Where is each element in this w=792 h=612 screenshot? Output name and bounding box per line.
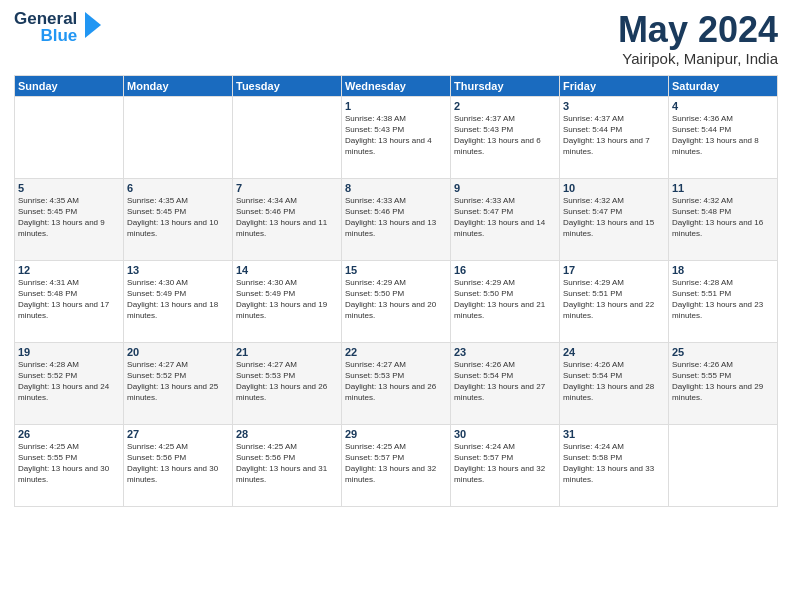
day-number: 3: [563, 100, 665, 112]
title-block: May 2024 Yairipok, Manipur, India: [618, 10, 778, 67]
day-number: 30: [454, 428, 556, 440]
day-cell: 6Sunrise: 4:35 AMSunset: 5:45 PMDaylight…: [124, 178, 233, 260]
day-cell: 26Sunrise: 4:25 AMSunset: 5:55 PMDayligh…: [15, 424, 124, 506]
day-cell: 21Sunrise: 4:27 AMSunset: 5:53 PMDayligh…: [233, 342, 342, 424]
week-row-4: 19Sunrise: 4:28 AMSunset: 5:52 PMDayligh…: [15, 342, 778, 424]
day-info: Sunrise: 4:35 AMSunset: 5:45 PMDaylight:…: [127, 195, 229, 240]
day-info: Sunrise: 4:35 AMSunset: 5:45 PMDaylight:…: [18, 195, 120, 240]
logo-blue: Blue: [40, 27, 77, 44]
col-monday: Monday: [124, 75, 233, 96]
day-info: Sunrise: 4:37 AMSunset: 5:44 PMDaylight:…: [563, 113, 665, 158]
day-cell: 30Sunrise: 4:24 AMSunset: 5:57 PMDayligh…: [451, 424, 560, 506]
day-cell: 1Sunrise: 4:38 AMSunset: 5:43 PMDaylight…: [342, 96, 451, 178]
day-number: 28: [236, 428, 338, 440]
day-number: 14: [236, 264, 338, 276]
day-number: 13: [127, 264, 229, 276]
day-info: Sunrise: 4:31 AMSunset: 5:48 PMDaylight:…: [18, 277, 120, 322]
svg-marker-0: [85, 12, 101, 38]
day-number: 8: [345, 182, 447, 194]
col-wednesday: Wednesday: [342, 75, 451, 96]
month-title: May 2024: [618, 10, 778, 50]
day-cell: 29Sunrise: 4:25 AMSunset: 5:57 PMDayligh…: [342, 424, 451, 506]
day-info: Sunrise: 4:26 AMSunset: 5:54 PMDaylight:…: [454, 359, 556, 404]
day-info: Sunrise: 4:26 AMSunset: 5:54 PMDaylight:…: [563, 359, 665, 404]
day-cell: 11Sunrise: 4:32 AMSunset: 5:48 PMDayligh…: [669, 178, 778, 260]
day-number: 10: [563, 182, 665, 194]
week-row-3: 12Sunrise: 4:31 AMSunset: 5:48 PMDayligh…: [15, 260, 778, 342]
day-cell: [124, 96, 233, 178]
day-info: Sunrise: 4:29 AMSunset: 5:51 PMDaylight:…: [563, 277, 665, 322]
day-cell: 10Sunrise: 4:32 AMSunset: 5:47 PMDayligh…: [560, 178, 669, 260]
logo: General Blue: [14, 10, 105, 44]
day-cell: 18Sunrise: 4:28 AMSunset: 5:51 PMDayligh…: [669, 260, 778, 342]
day-info: Sunrise: 4:33 AMSunset: 5:47 PMDaylight:…: [454, 195, 556, 240]
day-cell: 12Sunrise: 4:31 AMSunset: 5:48 PMDayligh…: [15, 260, 124, 342]
day-info: Sunrise: 4:30 AMSunset: 5:49 PMDaylight:…: [236, 277, 338, 322]
day-number: 1: [345, 100, 447, 112]
day-cell: 28Sunrise: 4:25 AMSunset: 5:56 PMDayligh…: [233, 424, 342, 506]
day-number: 23: [454, 346, 556, 358]
day-info: Sunrise: 4:26 AMSunset: 5:55 PMDaylight:…: [672, 359, 774, 404]
day-cell: 16Sunrise: 4:29 AMSunset: 5:50 PMDayligh…: [451, 260, 560, 342]
week-row-2: 5Sunrise: 4:35 AMSunset: 5:45 PMDaylight…: [15, 178, 778, 260]
day-cell: 5Sunrise: 4:35 AMSunset: 5:45 PMDaylight…: [15, 178, 124, 260]
day-info: Sunrise: 4:37 AMSunset: 5:43 PMDaylight:…: [454, 113, 556, 158]
day-number: 9: [454, 182, 556, 194]
day-cell: 13Sunrise: 4:30 AMSunset: 5:49 PMDayligh…: [124, 260, 233, 342]
day-number: 31: [563, 428, 665, 440]
day-cell: [669, 424, 778, 506]
col-saturday: Saturday: [669, 75, 778, 96]
day-number: 22: [345, 346, 447, 358]
day-cell: 9Sunrise: 4:33 AMSunset: 5:47 PMDaylight…: [451, 178, 560, 260]
day-number: 26: [18, 428, 120, 440]
day-info: Sunrise: 4:28 AMSunset: 5:52 PMDaylight:…: [18, 359, 120, 404]
location: Yairipok, Manipur, India: [618, 50, 778, 67]
day-cell: 3Sunrise: 4:37 AMSunset: 5:44 PMDaylight…: [560, 96, 669, 178]
day-number: 6: [127, 182, 229, 194]
day-info: Sunrise: 4:29 AMSunset: 5:50 PMDaylight:…: [345, 277, 447, 322]
day-info: Sunrise: 4:24 AMSunset: 5:58 PMDaylight:…: [563, 441, 665, 486]
calendar-container: General Blue May 2024 Yairipok, Manipur,…: [0, 0, 792, 612]
day-cell: 25Sunrise: 4:26 AMSunset: 5:55 PMDayligh…: [669, 342, 778, 424]
day-info: Sunrise: 4:34 AMSunset: 5:46 PMDaylight:…: [236, 195, 338, 240]
day-info: Sunrise: 4:27 AMSunset: 5:53 PMDaylight:…: [236, 359, 338, 404]
day-cell: 17Sunrise: 4:29 AMSunset: 5:51 PMDayligh…: [560, 260, 669, 342]
day-number: 20: [127, 346, 229, 358]
day-cell: 14Sunrise: 4:30 AMSunset: 5:49 PMDayligh…: [233, 260, 342, 342]
day-cell: 22Sunrise: 4:27 AMSunset: 5:53 PMDayligh…: [342, 342, 451, 424]
day-info: Sunrise: 4:24 AMSunset: 5:57 PMDaylight:…: [454, 441, 556, 486]
header-row: Sunday Monday Tuesday Wednesday Thursday…: [15, 75, 778, 96]
day-info: Sunrise: 4:25 AMSunset: 5:56 PMDaylight:…: [236, 441, 338, 486]
day-number: 12: [18, 264, 120, 276]
week-row-5: 26Sunrise: 4:25 AMSunset: 5:55 PMDayligh…: [15, 424, 778, 506]
calendar-table: Sunday Monday Tuesday Wednesday Thursday…: [14, 75, 778, 507]
day-info: Sunrise: 4:25 AMSunset: 5:55 PMDaylight:…: [18, 441, 120, 486]
logo-icon: [81, 10, 105, 44]
col-friday: Friday: [560, 75, 669, 96]
week-row-1: 1Sunrise: 4:38 AMSunset: 5:43 PMDaylight…: [15, 96, 778, 178]
day-number: 29: [345, 428, 447, 440]
day-number: 24: [563, 346, 665, 358]
day-cell: 15Sunrise: 4:29 AMSunset: 5:50 PMDayligh…: [342, 260, 451, 342]
day-cell: [15, 96, 124, 178]
day-info: Sunrise: 4:25 AMSunset: 5:57 PMDaylight:…: [345, 441, 447, 486]
col-sunday: Sunday: [15, 75, 124, 96]
day-info: Sunrise: 4:27 AMSunset: 5:53 PMDaylight:…: [345, 359, 447, 404]
day-cell: [233, 96, 342, 178]
day-info: Sunrise: 4:28 AMSunset: 5:51 PMDaylight:…: [672, 277, 774, 322]
logo-general: General: [14, 10, 77, 27]
day-number: 5: [18, 182, 120, 194]
day-cell: 31Sunrise: 4:24 AMSunset: 5:58 PMDayligh…: [560, 424, 669, 506]
day-cell: 24Sunrise: 4:26 AMSunset: 5:54 PMDayligh…: [560, 342, 669, 424]
day-cell: 4Sunrise: 4:36 AMSunset: 5:44 PMDaylight…: [669, 96, 778, 178]
day-info: Sunrise: 4:38 AMSunset: 5:43 PMDaylight:…: [345, 113, 447, 158]
col-thursday: Thursday: [451, 75, 560, 96]
day-info: Sunrise: 4:32 AMSunset: 5:47 PMDaylight:…: [563, 195, 665, 240]
day-cell: 23Sunrise: 4:26 AMSunset: 5:54 PMDayligh…: [451, 342, 560, 424]
day-number: 27: [127, 428, 229, 440]
day-cell: 27Sunrise: 4:25 AMSunset: 5:56 PMDayligh…: [124, 424, 233, 506]
day-cell: 8Sunrise: 4:33 AMSunset: 5:46 PMDaylight…: [342, 178, 451, 260]
day-info: Sunrise: 4:25 AMSunset: 5:56 PMDaylight:…: [127, 441, 229, 486]
day-number: 15: [345, 264, 447, 276]
day-number: 18: [672, 264, 774, 276]
